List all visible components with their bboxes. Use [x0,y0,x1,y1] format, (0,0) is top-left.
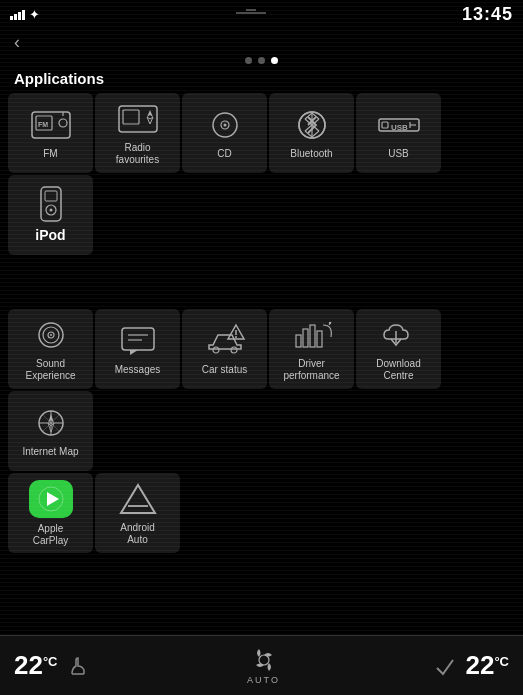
svg-rect-40 [303,329,308,347]
internet-map-label: Internet Map [22,446,78,458]
applications-title: Applications [0,66,523,93]
app-grid-1: FM FM Radiofavourites [0,93,523,255]
app-driver-performance[interactable]: Driverperformance [269,309,354,389]
svg-text:USB: USB [391,123,408,132]
bluetooth-label: Bluetooth [290,148,332,160]
ipod-icon [31,186,71,222]
svg-rect-19 [382,122,388,128]
fm-icon: FM [31,107,71,143]
svg-rect-24 [45,191,57,201]
svg-marker-55 [121,485,155,513]
app-messages[interactable]: Messages [95,309,180,389]
radio-fav-label: Radiofavourites [116,142,159,166]
svg-point-5 [59,119,67,127]
cd-label: CD [217,148,231,160]
status-time: 13:45 [462,4,513,25]
sound-exp-label: SoundExperience [25,358,75,382]
bluetooth-icon [292,107,332,143]
carplay-icon [29,480,73,518]
svg-rect-8 [123,110,139,124]
temp-right-value: 22 [465,650,494,681]
app-bluetooth[interactable]: Bluetooth [269,93,354,173]
temp-left-deg: °C [43,654,58,669]
svg-marker-10 [147,117,153,124]
svg-point-14 [223,123,226,126]
app-fm[interactable]: FM FM [8,93,93,173]
app-grid-2: SoundExperience Messages [0,309,523,471]
radio-fav-icon [118,101,158,137]
app-apple-carplay[interactable]: AppleCarPlay [8,473,93,553]
svg-rect-42 [317,331,322,347]
svg-rect-41 [310,325,315,347]
svg-text:FM: FM [38,121,48,128]
right-side: 22 °C [433,650,509,681]
svg-point-58 [259,655,269,665]
download-centre-icon [379,317,419,353]
back-button[interactable]: ‹ [0,28,523,57]
status-center [236,8,266,20]
app-radio-fav[interactable]: Radiofavourites [95,93,180,173]
bottom-center: AUTO [246,646,282,685]
svg-point-26 [49,209,52,212]
svg-point-35 [231,347,237,353]
temp-left: 22 °C [14,650,58,681]
driver-perf-label: Driverperformance [283,358,339,382]
ipod-label: iPod [35,227,65,244]
app-download-centre[interactable]: DownloadCentre [356,309,441,389]
page-dot-1 [245,57,252,64]
messages-icon [118,323,158,359]
left-side: 22 °C [14,650,94,681]
cd-icon [205,107,245,143]
android-auto-label: AndroidAuto [120,522,154,546]
svg-marker-53 [47,492,59,506]
app-car-status[interactable]: Car status [182,309,267,389]
sound-experience-icon [31,317,71,353]
bottom-bar: 22 °C AUTO 22 °C [0,635,523,695]
page-dot-2 [258,57,265,64]
svg-point-44 [328,321,330,323]
download-centre-label: DownloadCentre [376,358,420,382]
signal-bars [10,8,25,20]
temp-left-value: 22 [14,650,43,681]
app-grid-3: AppleCarPlay AndroidAuto [0,473,523,553]
seat-icon [66,652,94,680]
svg-point-34 [213,347,219,353]
svg-rect-39 [296,335,301,347]
svg-point-30 [50,334,52,336]
app-sound-experience[interactable]: SoundExperience [8,309,93,389]
temp-right: 22 °C [465,650,509,681]
status-left: ✦ [10,7,40,22]
app-cd[interactable]: CD [182,93,267,173]
svg-rect-23 [41,187,61,221]
usb-icon: USB [379,107,419,143]
fm-label: FM [43,148,57,160]
auto-label: AUTO [247,675,280,685]
app-usb[interactable]: USB USB [356,93,441,173]
page-dots [0,57,523,64]
carplay-label: AppleCarPlay [33,523,69,547]
svg-point-38 [235,336,237,338]
driver-perf-icon [292,317,332,353]
back-icon: ‹ [14,32,20,52]
svg-rect-31 [122,328,154,350]
bluetooth-status-icon: ✦ [29,7,40,22]
car-status-icon [205,323,245,359]
android-auto-icon [118,481,158,517]
page-dot-3 [271,57,278,64]
svg-marker-9 [147,110,153,117]
app-android-auto[interactable]: AndroidAuto [95,473,180,553]
app-internet-map[interactable]: Internet Map [8,391,93,471]
check-icon [433,652,457,680]
app-ipod[interactable]: iPod [8,175,93,255]
usb-label: USB [388,148,409,160]
spacer-1 [0,259,523,309]
temp-right-deg: °C [494,654,509,669]
messages-label: Messages [115,364,161,376]
internet-map-icon [31,405,71,441]
fan-icon [246,646,282,674]
status-bar: ✦ 13:45 [0,0,523,28]
car-status-label: Car status [202,364,248,376]
